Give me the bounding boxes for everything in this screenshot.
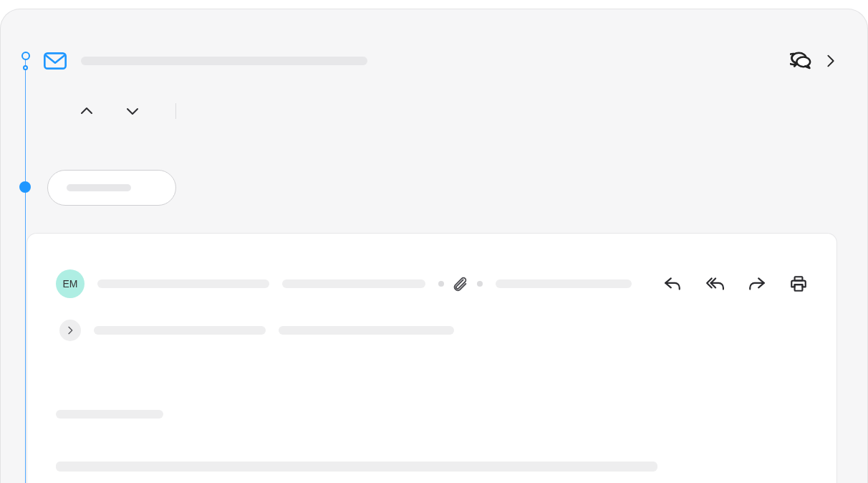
print-icon[interactable]	[789, 274, 808, 293]
timeline-node-current	[19, 181, 31, 193]
chevron-right-icon[interactable]	[823, 53, 839, 69]
sender-placeholder	[97, 279, 269, 288]
email-header-row: EM	[56, 269, 808, 298]
separator	[175, 103, 176, 119]
body-line-placeholder	[56, 410, 163, 419]
expand-details-button[interactable]	[59, 320, 81, 341]
recipient-placeholder	[282, 279, 425, 288]
thread-label-pill[interactable]	[47, 170, 176, 206]
thread-timeline	[25, 55, 26, 483]
forward-icon[interactable]	[748, 274, 766, 293]
reply-all-icon[interactable]	[705, 274, 725, 293]
body-line-placeholder	[56, 462, 657, 472]
thread-subject-placeholder	[81, 57, 367, 65]
chevron-down-icon[interactable]	[124, 102, 141, 120]
meta-dot	[438, 281, 444, 287]
mail-icon	[44, 52, 67, 70]
sender-avatar[interactable]: EM	[56, 269, 85, 298]
date-placeholder	[496, 279, 632, 288]
email-reader-window: EM	[0, 9, 868, 483]
timeline-node-open	[21, 52, 30, 60]
chat-icon[interactable]	[790, 50, 811, 72]
detail-placeholder	[279, 326, 454, 335]
email-body	[56, 410, 808, 472]
meta-dot	[477, 281, 483, 287]
detail-placeholder	[94, 326, 266, 335]
email-actions	[663, 274, 808, 293]
pill-label-placeholder	[67, 184, 131, 191]
chevron-right-icon	[64, 325, 76, 336]
email-card: EM	[26, 233, 837, 483]
avatar-initials: EM	[63, 278, 78, 290]
reply-icon[interactable]	[663, 274, 682, 293]
message-nav	[78, 102, 176, 120]
svg-rect-4	[795, 284, 803, 291]
svg-rect-0	[44, 53, 65, 68]
thread-header	[44, 49, 839, 72]
attachment-icon[interactable]	[453, 276, 468, 292]
timeline-node-small	[23, 65, 28, 70]
email-meta	[438, 276, 483, 292]
email-subheader-row	[56, 320, 808, 341]
chevron-up-icon[interactable]	[78, 102, 95, 120]
